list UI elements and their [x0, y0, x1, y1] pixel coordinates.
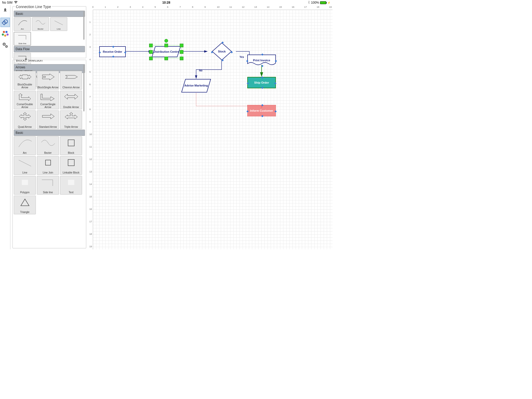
blk-blocksingle[interactable]: BlockSingle Arrow	[37, 71, 59, 90]
blk-chevron[interactable]: Chevron Arrow	[60, 71, 82, 90]
blk-linejoin[interactable]: Line Join	[37, 156, 59, 175]
svg-point-4	[2, 34, 4, 36]
wifi-icon	[14, 1, 18, 4]
node-receive-order[interactable]: Receive Order	[99, 46, 126, 57]
rotation-handle[interactable]	[164, 39, 168, 43]
conn-arc[interactable]: Arc	[14, 17, 31, 31]
bluetooth-icon	[308, 1, 310, 5]
svg-point-1	[4, 20, 8, 23]
group-arrows[interactable]: Arrows	[14, 64, 85, 70]
sel-handle-n[interactable]	[164, 44, 168, 47]
pin-tool[interactable]	[1, 6, 10, 16]
svg-point-6	[6, 34, 9, 36]
svg-point-0	[16, 3, 16, 4]
blk-block[interactable]: Block	[60, 136, 82, 155]
svg-point-8	[4, 44, 5, 45]
blocks-panel: Blocks Selection Arrows BlockDouble Arro…	[12, 60, 86, 248]
blk-linkable[interactable]: Linkable Block	[60, 156, 82, 175]
svg-rect-13	[68, 159, 74, 166]
blk-blockdouble[interactable]: BlockDouble Arrow	[14, 71, 36, 90]
node-stock[interactable]: Stock	[212, 43, 232, 60]
colors-tool[interactable]	[1, 29, 10, 38]
blk-triangle[interactable]: Triangle	[14, 196, 36, 214]
blk-cornersingle[interactable]: CornerSingle Arrow	[37, 91, 59, 109]
blk-polygon[interactable]: Polygon	[14, 176, 36, 195]
canvas[interactable]: Receive Order Distribution Centre Stock	[93, 10, 332, 249]
sel-handle-ne[interactable]	[180, 44, 183, 47]
blk-standard[interactable]: Standard Arrow	[37, 110, 59, 129]
group-basic[interactable]: Basic	[14, 11, 85, 17]
battery-icon	[320, 1, 326, 4]
conn-sideline[interactable]: Side line	[14, 32, 31, 45]
blk-double[interactable]: Double Arrow	[60, 91, 82, 109]
sel-handle-e[interactable]	[180, 50, 183, 54]
node-print-invoice[interactable]: Print Invoice	[247, 55, 276, 66]
settings-tool[interactable]	[1, 41, 10, 50]
canvas-area[interactable]: 01234567891011121314151617181920 1234567…	[88, 5, 332, 249]
sel-handle-se[interactable]	[180, 57, 183, 60]
connection-line-panel: Connection Line Type Basic Arc Bezier Li…	[12, 6, 86, 58]
blk-text[interactable]: Text	[60, 176, 82, 195]
tool-rail	[0, 5, 10, 249]
svg-point-3	[5, 31, 8, 33]
scrollbar[interactable]	[83, 11, 84, 40]
blk-line[interactable]: Line	[14, 156, 36, 175]
node-advise-marketing[interactable]: Advise Marketing	[181, 79, 211, 92]
label-yes: Yes	[240, 56, 244, 58]
battery-label: 100%	[311, 1, 319, 4]
blocks-panel-title: Blocks Selection	[15, 60, 44, 62]
svg-point-2	[3, 31, 5, 33]
sel-handle-nw[interactable]	[149, 44, 153, 47]
group-dataflow[interactable]: Data Flow	[14, 46, 85, 52]
svg-point-5	[4, 35, 6, 37]
node-inform-customer[interactable]: Inform Customer	[247, 105, 276, 116]
blk-quad[interactable]: Quad Arrow	[14, 110, 36, 129]
svg-rect-15	[68, 180, 74, 185]
svg-point-10	[6, 46, 7, 47]
status-bar: No SIM 10:28 100% ⚡	[0, 0, 332, 5]
blk-sideline[interactable]: Side line	[37, 176, 59, 195]
blk-triple[interactable]: Triple Arrow	[60, 110, 82, 129]
label-no: No	[199, 69, 202, 72]
scrollbar[interactable]	[83, 65, 84, 111]
ruler-horizontal: 01234567891011121314151617181920	[93, 5, 332, 10]
sel-handle-sw[interactable]	[149, 57, 153, 60]
blk-arc[interactable]: Arc	[14, 136, 36, 155]
node-ship-order[interactable]: Ship Order	[247, 77, 276, 88]
sel-handle-s[interactable]	[164, 57, 168, 60]
blk-cornerdouble[interactable]: CornerDouble Arrow	[14, 91, 36, 109]
charging-icon: ⚡	[327, 1, 330, 4]
shapes-tool[interactable]	[1, 18, 10, 27]
svg-rect-12	[45, 160, 51, 165]
blk-bezier[interactable]: Bezier	[37, 136, 59, 155]
no-sim-label: No SIM	[2, 1, 12, 4]
clock: 10:28	[162, 1, 170, 4]
group-basic2[interactable]: Basic	[14, 130, 85, 136]
connection-panel-title: Connection Line Type	[15, 5, 52, 9]
sel-handle-w[interactable]	[149, 50, 153, 54]
conn-bezier[interactable]: Bezier	[32, 17, 49, 31]
svg-rect-14	[22, 180, 28, 185]
ruler-vertical: 123456789101112131415161718192021222324	[88, 10, 93, 249]
svg-rect-11	[68, 140, 74, 146]
conn-line[interactable]: Line	[50, 17, 67, 31]
